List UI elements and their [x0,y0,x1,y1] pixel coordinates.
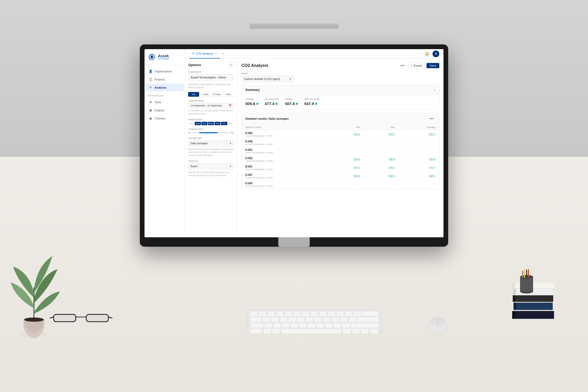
chevron-down-icon-2: ▼ [229,165,232,168]
svg-rect-44 [311,312,318,316]
day-tue[interactable]: Tue [201,122,207,125]
day-thu[interactable]: Thu [215,122,221,125]
svg-rect-43 [302,312,309,316]
monitor-shell: Assek Technologie 👤 Organizations 📋 Proj… [140,44,448,247]
logo-main: Assek [158,54,169,58]
day-mon[interactable]: Mon [195,122,201,125]
group-by-value: Room [191,165,198,168]
svg-rect-71 [316,323,324,328]
room-name: D-007 [245,174,326,176]
room-name: D-005 [245,182,326,185]
table-row: D-001Assek Technologies - Demo--- [242,147,439,155]
stat-average-label: Average [245,98,258,100]
svg-rect-61 [340,317,348,322]
svg-rect-55 [289,317,296,322]
time-btn-30days[interactable]: 30 days [211,92,222,97]
col-room: Name of rooms [242,124,329,130]
sidebar-item-projects[interactable]: 📋 Projects [146,76,184,83]
analysis-hours-label: Analysis hours [188,128,234,130]
room-org: Assek Technologies - Demo [245,151,326,154]
room-cell: D-002Assek Technologies - Demo [242,155,329,164]
table-row: D-002Assek Technologies - Demo536.8536.8… [242,155,439,164]
sidebar-item-organizations[interactable]: 👤 Organizations [146,67,184,75]
max-cell: 500.9 [364,172,399,181]
day-sat[interactable]: Sat [228,122,234,125]
svg-rect-10 [513,295,553,302]
svg-point-2 [151,56,153,58]
more-options-button[interactable]: ••• [399,63,406,68]
tab-co2-analysis[interactable]: ⟳ CO2 Analysis ✕ [189,49,220,59]
org-hint: Specify the organisation for whom this d… [188,83,234,89]
date-input[interactable]: 18 September - 19 September 📅 [188,103,234,108]
notifications-icon[interactable]: 🔔 [424,50,430,57]
svg-rect-60 [332,317,339,322]
stat-p95-label: 95th percentile [304,98,320,100]
sidebar-item-label: Tools [154,101,161,104]
org-value[interactable]: Assek Technologies - Demo [188,74,234,80]
min-cell: 536.8 [329,155,364,164]
svg-rect-66 [273,323,281,328]
slider-track[interactable] [192,132,229,133]
time-btn-7days[interactable]: 7 days [200,92,211,97]
tab-add-button[interactable]: + [220,49,226,59]
svg-rect-15 [512,283,515,288]
max-cell: 476.7 [364,164,399,172]
export-button[interactable]: ↗ Export [408,63,425,68]
svg-rect-50 [362,312,378,316]
time-btn-other[interactable]: Other [223,92,234,97]
metric-select[interactable]: Carbon dioxide (CO2) (ppm) ▼ [241,76,294,82]
sidebar-item-label: Support [154,109,165,112]
monitor-screen: Assek Technologie 👤 Organizations 📋 Proj… [145,49,443,237]
content-area: Options ↻ Organisation Assek Technologie… [185,59,443,237]
day-wed[interactable]: Wed [208,122,214,125]
group-by-select[interactable]: Room ▼ [188,163,234,169]
refresh-button[interactable]: ↻ [229,62,234,67]
time-buttons: 24h 7 days 30 days Other [188,92,234,97]
max-cell: - [364,147,399,155]
svg-rect-77 [263,329,271,333]
room-name: D-001 [245,148,326,151]
svg-rect-29 [526,270,527,278]
sidebar-item-support[interactable]: ◉ Support [146,106,184,114]
col-avg: Average [399,124,439,130]
average-type-select[interactable]: Daily averages ▼ [188,140,234,146]
svg-rect-73 [334,323,341,328]
summary-card: Summary ∧ Average 509.8 [241,85,439,109]
time-btn-24h[interactable]: 24h [188,92,199,97]
svg-rect-63 [358,317,378,322]
status-dot-median [296,103,298,105]
analysis-icon: ✓ [149,86,152,89]
svg-rect-17 [520,277,533,291]
svg-rect-45 [319,312,327,316]
avg-cell: 500.9 [399,172,439,181]
svg-rect-7 [512,311,515,319]
table-row: D-007Assek Technologies - Demo500.9500.9… [242,172,439,181]
analysis-range-label: Analysis range [188,99,234,102]
org-label: Organisation [188,71,234,73]
sidebar-item-analysis[interactable]: ✓ Analysis [146,84,184,91]
sidebar-item-tutorials[interactable]: ◉ Tutorials [146,114,184,122]
svg-marker-30 [526,269,527,270]
svg-rect-49 [354,312,361,316]
avg-cell: 525.2 [399,130,439,139]
room-org: Assek Technologies - Demo [245,176,326,179]
user-avatar[interactable]: A [433,50,439,57]
tab-close-icon[interactable]: ✕ [215,52,217,55]
svg-rect-83 [370,329,378,333]
stat-percentile5: 5th percentile 477.4 [265,98,279,106]
svg-rect-57 [306,317,313,322]
results-more-button[interactable]: ••• [428,116,435,122]
col-max: Max [364,124,399,130]
svg-rect-54 [280,317,287,322]
average-type-label: Average type [188,137,234,139]
day-sun[interactable]: Sun [188,122,194,125]
group-by-label: Group by [188,160,234,162]
sidebar-item-tools[interactable]: ⚙ Tools [146,98,184,106]
svg-point-5 [24,318,44,322]
analysis-title: CO2 Analysis [241,63,268,68]
save-button[interactable]: Save [426,63,439,68]
collapse-icon[interactable]: ∧ [434,89,435,91]
day-fri[interactable]: Fri [221,122,227,125]
sidebar-item-label: Projects [154,78,165,81]
refresh-icon: ↻ [230,64,232,66]
